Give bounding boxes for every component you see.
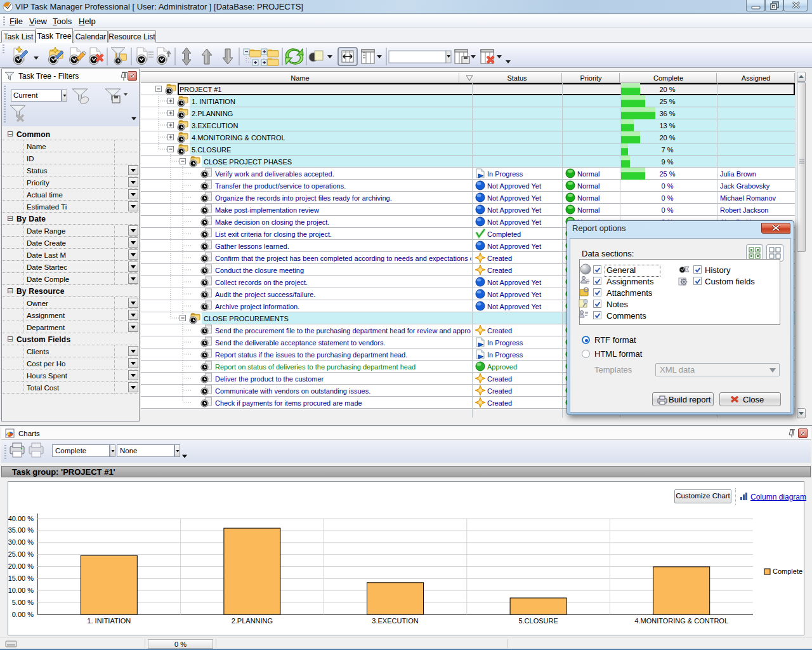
svg-text:4.MONITORING & CONTROL: 4.MONITORING & CONTROL (634, 617, 728, 625)
svg-text:30.00 %: 30.00 % (8, 538, 34, 546)
svg-text:3.EXECUTION: 3.EXECUTION (372, 617, 418, 625)
svg-text:40.00 %: 40.00 % (8, 515, 34, 522)
svg-text:10.00 %: 10.00 % (8, 587, 34, 594)
svg-text:15.00 %: 15.00 % (8, 574, 34, 582)
svg-text:Complete: Complete (773, 567, 802, 575)
svg-text:35.00 %: 35.00 % (8, 526, 34, 534)
svg-text:5.CLOSURE: 5.CLOSURE (518, 617, 558, 625)
svg-text:20.00 %: 20.00 % (8, 562, 34, 570)
svg-text:25.00 %: 25.00 % (8, 550, 34, 558)
svg-text:1. INITIATION: 1. INITIATION (87, 617, 131, 625)
svg-text:0.00 %: 0.00 % (12, 611, 34, 618)
svg-text:2.PLANNING: 2.PLANNING (232, 617, 273, 625)
svg-text:5.00 %: 5.00 % (12, 599, 34, 606)
